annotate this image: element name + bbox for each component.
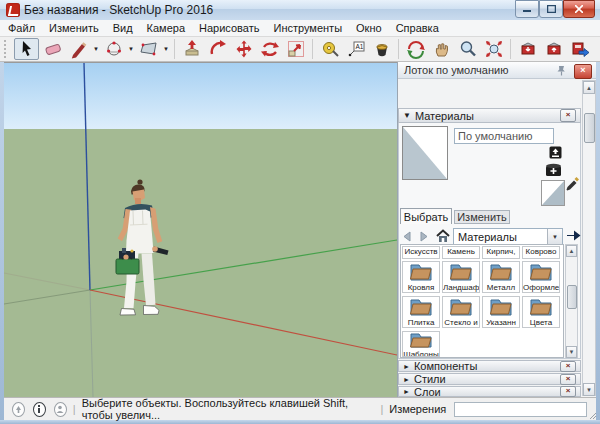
material-folder-partial[interactable]: Коврово	[522, 246, 560, 259]
toolbar-grip[interactable]	[4, 40, 11, 58]
forward-arrow-icon[interactable]	[417, 230, 430, 243]
home-icon[interactable]	[435, 228, 451, 244]
list-scroll-down[interactable]: ▼	[566, 346, 577, 358]
minimize-button[interactable]	[515, 0, 539, 18]
details-arrow-icon[interactable]	[565, 226, 582, 243]
material-folder[interactable]: Указанн	[482, 296, 520, 328]
secondary-pane-icon[interactable]	[549, 146, 562, 159]
tray-scrollbar[interactable]: ▲ ▼	[582, 80, 596, 396]
expand-arrow-icon[interactable]: ►	[403, 376, 410, 383]
layers-section-header[interactable]: ► Слои ×	[398, 386, 581, 397]
paint-default-swatch[interactable]	[541, 180, 565, 206]
credits-info-icon[interactable]	[33, 402, 46, 417]
menu-camera[interactable]: Камера	[147, 22, 185, 34]
status-separator: |	[73, 403, 76, 415]
select-tool[interactable]	[14, 38, 39, 60]
send-to-layout-icon	[570, 39, 590, 59]
material-folder[interactable]: Металл	[482, 261, 520, 293]
dropdown-arrow-icon[interactable]: ▼	[547, 229, 562, 244]
get-models-tool[interactable]	[515, 38, 540, 60]
send-to-layout-tool[interactable]	[567, 38, 592, 60]
toolbar-separator	[312, 39, 313, 59]
maximize-button[interactable]	[539, 0, 563, 18]
pin-icon[interactable]	[556, 65, 567, 76]
tray-scroll-thumb[interactable]	[584, 113, 595, 143]
menu-edit[interactable]: Изменить	[49, 22, 99, 34]
share-model-tool[interactable]	[541, 38, 566, 60]
material-folder-partial[interactable]: Камень	[442, 246, 480, 259]
material-folder[interactable]: Ландшаф	[442, 261, 480, 293]
close-button[interactable]	[563, 0, 595, 18]
expand-arrow-icon[interactable]: ►	[403, 363, 410, 370]
pan-tool[interactable]	[429, 38, 454, 60]
menu-tools[interactable]: Инструменты	[273, 22, 342, 34]
material-folder[interactable]: Кровля	[402, 261, 440, 293]
zoom-tool[interactable]	[455, 38, 480, 60]
components-close-button[interactable]: ×	[560, 361, 576, 372]
components-section-header[interactable]: ► Компоненты ×	[398, 360, 581, 372]
tray-close-button[interactable]: ×	[574, 64, 592, 79]
menu-view[interactable]: Вид	[113, 22, 133, 34]
push-pull-tool[interactable]	[179, 38, 204, 60]
arc-tool[interactable]	[101, 38, 126, 60]
offset-tool[interactable]	[205, 38, 230, 60]
material-folder[interactable]: Шаблоны	[402, 331, 440, 357]
viewport-3d[interactable]	[4, 62, 397, 397]
material-folder[interactable]: Стекло и	[442, 296, 480, 328]
materials-close-button[interactable]: ×	[560, 109, 576, 122]
tab-select[interactable]: Выбрать	[400, 208, 452, 224]
tape-measure-tool[interactable]	[317, 38, 342, 60]
folder-icon	[449, 297, 473, 316]
rectangle-tool[interactable]	[136, 38, 161, 60]
sign-in-icon[interactable]	[54, 402, 67, 417]
styles-section-header[interactable]: ► Стили ×	[398, 373, 581, 385]
tab-edit[interactable]: Изменить	[454, 210, 510, 224]
material-name-field[interactable]	[454, 128, 554, 144]
material-folder-partial[interactable]: Кирпич,	[482, 246, 520, 259]
layers-close-button[interactable]: ×	[560, 386, 576, 397]
materials-section-header[interactable]: ▼ Материалы ×	[398, 108, 581, 123]
paint-bucket-tool[interactable]	[369, 38, 394, 60]
back-arrow-icon[interactable]	[401, 230, 414, 243]
folder-icon	[489, 262, 513, 281]
scale-tool[interactable]	[283, 38, 308, 60]
layers-section-title: Слои	[414, 386, 441, 398]
tray-scroll-up[interactable]: ▲	[583, 81, 595, 94]
collection-value: Материалы	[454, 231, 517, 243]
material-folder[interactable]: Оформле	[522, 261, 560, 293]
material-folder-partial[interactable]: Искусств	[402, 246, 440, 259]
rectangle-tool-dropdown[interactable]: ▼	[162, 46, 170, 52]
collapse-arrow-icon[interactable]: ▼	[403, 111, 411, 120]
arc-tool-dropdown[interactable]: ▼	[127, 46, 135, 52]
list-scroll-thumb[interactable]	[567, 285, 577, 309]
orbit-tool[interactable]	[403, 38, 428, 60]
zoom-extents-tool[interactable]	[481, 38, 506, 60]
tray-scroll-down[interactable]: ▼	[583, 383, 595, 396]
menu-window[interactable]: Окно	[356, 22, 382, 34]
materials-list-scrollbar[interactable]: ▲ ▼	[565, 244, 578, 358]
material-folder[interactable]: Плитка	[402, 296, 440, 328]
create-material-icon[interactable]	[545, 162, 563, 178]
move-tool[interactable]	[231, 38, 256, 60]
geolocation-icon[interactable]	[12, 402, 25, 417]
list-scroll-up[interactable]: ▲	[566, 245, 577, 257]
material-folder[interactable]: Цвета	[522, 296, 560, 328]
line-tool[interactable]	[66, 38, 91, 60]
expand-arrow-icon[interactable]: ►	[403, 388, 410, 395]
measurements-input[interactable]	[454, 402, 587, 417]
styles-close-button[interactable]: ×	[560, 374, 576, 385]
menu-help[interactable]: Справка	[396, 22, 439, 34]
text-tool[interactable]: A1	[343, 38, 368, 60]
resize-grip[interactable]	[589, 412, 596, 420]
collection-dropdown[interactable]: Материалы ▼	[453, 228, 563, 245]
status-separator: |	[380, 403, 383, 415]
sample-paint-eyedropper-icon[interactable]	[566, 176, 580, 191]
menu-file[interactable]: Файл	[8, 22, 35, 34]
maximize-icon	[547, 5, 556, 13]
rotate-tool[interactable]	[257, 38, 282, 60]
menu-draw[interactable]: Нарисовать	[199, 22, 259, 34]
line-tool-dropdown[interactable]: ▼	[92, 46, 100, 52]
folder-icon	[409, 297, 433, 316]
eraser-tool[interactable]	[40, 38, 65, 60]
sky	[4, 63, 397, 129]
